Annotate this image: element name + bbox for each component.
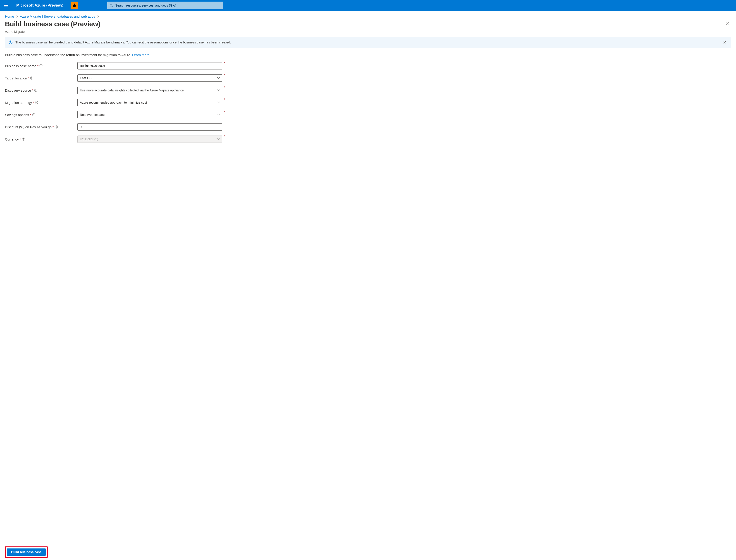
required-indicator: *: [37, 64, 38, 68]
required-indicator: *: [224, 74, 225, 78]
required-indicator: *: [33, 101, 34, 105]
savings-options-select[interactable]: Reserved Instance: [77, 111, 222, 118]
page-title: Build business case (Preview): [5, 20, 100, 28]
description-text: Build a business case to understand the …: [5, 53, 132, 57]
info-banner-text: The business case will be created using …: [15, 41, 231, 44]
label-target-location: Target location: [5, 76, 27, 80]
close-button[interactable]: [724, 20, 731, 27]
search-container: [107, 2, 223, 9]
discovery-source-select[interactable]: Use more accurate data insights collecte…: [77, 87, 222, 94]
required-indicator: *: [224, 135, 225, 139]
row-business-case-name: Business case name * *: [5, 62, 731, 69]
row-currency: Currency * US Dollar ($) *: [5, 136, 731, 143]
info-banner-close-button[interactable]: [722, 40, 727, 45]
brand-title: Microsoft Azure (Preview): [16, 3, 63, 8]
row-savings-options: Savings options * Reserved Instance *: [5, 111, 731, 118]
info-icon[interactable]: [55, 125, 58, 129]
label-discovery-source: Discovery source: [5, 88, 31, 92]
svg-point-22: [32, 77, 32, 77]
svg-point-34: [56, 126, 56, 126]
learn-more-link[interactable]: Learn more: [132, 53, 150, 57]
currency-select: US Dollar ($): [77, 136, 222, 143]
row-discovery-source: Discovery source * Use more accurate dat…: [5, 87, 731, 94]
row-discount: Discount (%) on Pay as you go *: [5, 123, 731, 131]
info-icon[interactable]: [32, 113, 35, 116]
bug-button[interactable]: [71, 2, 78, 9]
search-icon: [110, 4, 113, 7]
svg-line-6: [73, 6, 74, 7]
form: Business case name * * Target location *…: [0, 62, 736, 143]
label-currency: Currency: [5, 137, 19, 141]
required-indicator: *: [224, 110, 225, 114]
info-icon[interactable]: [39, 64, 43, 67]
page-subtitle: Azure Migrate: [0, 30, 736, 37]
row-target-location: Target location * East US *: [5, 74, 731, 82]
row-migration-strategy: Migration strategy * Azure recommended a…: [5, 99, 731, 106]
label-migration-strategy: Migration strategy: [5, 101, 32, 105]
info-icon[interactable]: [34, 89, 37, 92]
close-icon: [723, 41, 726, 44]
breadcrumb-azure-migrate[interactable]: Azure Migrate | Servers, databases and w…: [20, 14, 95, 18]
svg-point-14: [10, 41, 11, 42]
info-icon[interactable]: [30, 76, 33, 80]
svg-point-31: [33, 114, 34, 114]
required-indicator: *: [52, 125, 54, 129]
required-indicator: *: [224, 61, 225, 65]
search-input[interactable]: [115, 4, 221, 7]
page-header: Build business case (Preview) ···: [0, 20, 736, 30]
info-icon: [9, 40, 13, 44]
info-icon[interactable]: [22, 138, 25, 141]
chevron-right-icon: [16, 14, 18, 18]
required-indicator: *: [30, 113, 31, 117]
required-indicator: *: [20, 137, 21, 141]
more-actions-button[interactable]: ···: [104, 22, 111, 28]
label-discount: Discount (%) on Pay as you go: [5, 125, 52, 129]
svg-line-7: [75, 6, 76, 7]
discount-input[interactable]: [77, 123, 222, 131]
topbar: Microsoft Azure (Preview): [0, 0, 736, 11]
search-box[interactable]: [107, 2, 223, 9]
hamburger-icon: [4, 4, 8, 7]
migration-strategy-select[interactable]: Azure recommended approach to minimize c…: [77, 99, 222, 106]
breadcrumb: Home Azure Migrate | Servers, databases …: [0, 11, 736, 20]
svg-line-2: [73, 5, 74, 5]
business-case-name-input[interactable]: [77, 62, 222, 69]
description: Build a business case to understand the …: [0, 53, 736, 62]
required-indicator: *: [28, 76, 29, 80]
target-location-select[interactable]: East US: [77, 74, 222, 82]
required-indicator: *: [32, 88, 33, 92]
required-indicator: *: [224, 98, 225, 102]
svg-line-3: [75, 5, 76, 5]
bug-icon: [72, 3, 77, 8]
svg-point-8: [110, 4, 112, 6]
label-business-case-name: Business case name: [5, 64, 36, 68]
close-icon: [726, 22, 729, 26]
breadcrumb-home[interactable]: Home: [5, 14, 14, 18]
menu-button[interactable]: [2, 1, 11, 10]
required-indicator: *: [224, 86, 225, 90]
info-icon[interactable]: [35, 101, 38, 104]
info-banner: The business case will be created using …: [5, 37, 731, 48]
chevron-right-icon: [97, 14, 99, 18]
svg-line-9: [112, 6, 113, 7]
label-savings-options: Savings options: [5, 113, 29, 117]
